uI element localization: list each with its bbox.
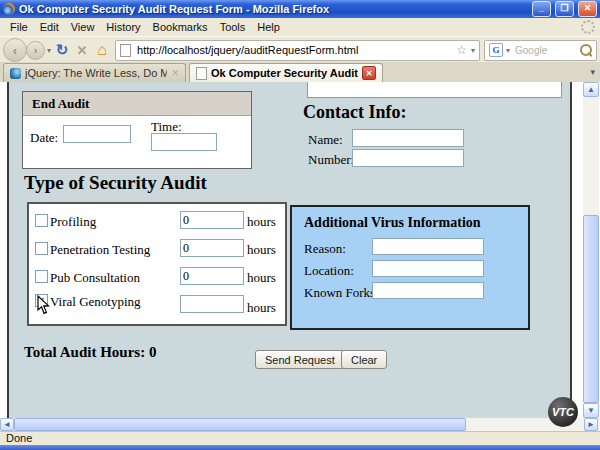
pub-consultation-hours-field[interactable] — [180, 267, 244, 285]
history-dropdown-icon[interactable]: ▾ — [47, 46, 51, 55]
menu-file[interactable]: File — [4, 19, 34, 35]
audit-row-label: Pub Consultation — [50, 270, 140, 286]
number-field[interactable] — [352, 149, 464, 167]
url-dropdown-icon[interactable]: ▾ — [471, 46, 475, 55]
tab-label: jQuery: The Write Less, Do More, Java... — [25, 67, 167, 79]
send-request-button[interactable]: Send Request — [255, 350, 345, 369]
pub-consultation-checkbox[interactable] — [35, 270, 48, 283]
search-box[interactable]: G ▾ — [484, 40, 597, 61]
google-icon: G — [489, 43, 503, 57]
virus-info-title: Additional Virus Information — [304, 215, 481, 231]
tab-close-icon[interactable]: ✕ — [171, 68, 179, 78]
scroll-left-icon[interactable]: ◄ — [0, 418, 14, 431]
reason-label: Reason: — [304, 241, 346, 257]
restore-button[interactable]: ❐ — [555, 1, 574, 17]
tab-audit-form[interactable]: Ok Computer Security Audit Req... ✕ — [189, 63, 383, 82]
tab-label: Ok Computer Security Audit Req... — [211, 67, 358, 79]
audit-type-title: Type of Security Audit — [24, 172, 207, 194]
vtc-logo: VTC — [548, 397, 578, 427]
status-text: Done — [6, 432, 32, 444]
hours-unit: hours — [247, 242, 276, 258]
refresh-icon[interactable]: ↻ — [53, 41, 71, 59]
firefox-icon — [3, 3, 15, 15]
menu-history[interactable]: History — [100, 19, 146, 35]
menu-tools[interactable]: Tools — [214, 19, 252, 35]
vtc-label: VTC — [552, 406, 574, 418]
vertical-scrollbar[interactable]: ▲ ▼ — [583, 82, 599, 418]
throbber-icon — [581, 20, 595, 34]
penetration-testing-hours-field[interactable] — [180, 239, 244, 257]
audit-row-label: Viral Genotyping — [50, 294, 141, 310]
hours-unit: hours — [247, 300, 276, 316]
page-icon — [120, 44, 131, 57]
hours-unit: hours — [247, 270, 276, 286]
home-icon[interactable]: ⌂ — [93, 41, 111, 59]
page-icon — [196, 67, 207, 80]
window-bottom-border — [0, 445, 600, 450]
known-forks-field[interactable] — [372, 282, 484, 299]
browser-window: Ok Computer Security Audit Request Form … — [0, 0, 600, 450]
title-bar: Ok Computer Security Audit Request Form … — [0, 0, 600, 18]
scroll-right-icon[interactable]: ► — [584, 418, 598, 431]
search-magnifier-icon[interactable] — [580, 44, 592, 56]
horizontal-scrollbar[interactable]: ◄ ► — [0, 418, 600, 431]
back-icon[interactable]: ‹ — [3, 38, 27, 62]
minimize-button[interactable]: _ — [532, 1, 551, 17]
search-input[interactable] — [513, 44, 561, 57]
clear-button[interactable]: Clear — [341, 350, 387, 369]
viral-genotyping-hours-field[interactable] — [180, 295, 244, 313]
menu-bar: File Edit View History Bookmarks Tools H… — [0, 18, 600, 36]
location-label: Location: — [304, 263, 354, 279]
menu-help[interactable]: Help — [251, 19, 286, 35]
profiling-hours-field[interactable] — [180, 211, 244, 229]
location-field[interactable] — [372, 260, 484, 277]
page-content: End Audit Date: Time: Contact Info: Name… — [0, 82, 600, 418]
scroll-up-icon[interactable]: ▲ — [583, 82, 599, 97]
time-field[interactable] — [151, 133, 217, 151]
known-forks-label: Known Forks: — [304, 285, 379, 301]
tab-close-icon[interactable]: ✕ — [362, 66, 376, 80]
number-label: Number: — [308, 152, 354, 168]
contact-info-title: Contact Info: — [303, 102, 407, 123]
tab-jquery[interactable]: jQuery: The Write Less, Do More, Java...… — [3, 63, 186, 82]
reason-field[interactable] — [372, 238, 484, 255]
virus-info-box: Additional Virus Information Reason: Loc… — [290, 205, 530, 330]
url-input[interactable] — [135, 43, 452, 57]
total-hours-label: Total Audit Hours: — [24, 344, 145, 360]
total-hours: Total Audit Hours: 0 — [24, 344, 156, 361]
bookmark-star-icon[interactable]: ☆ — [456, 43, 467, 57]
total-hours-value: 0 — [149, 344, 157, 360]
scroll-down-icon[interactable]: ▼ — [583, 403, 599, 418]
forward-icon[interactable]: › — [26, 41, 45, 60]
clipped-input[interactable] — [307, 82, 562, 98]
menu-view[interactable]: View — [65, 19, 101, 35]
stop-icon[interactable]: ✕ — [73, 43, 91, 58]
audit-row-label: Profiling — [50, 214, 96, 230]
penetration-testing-checkbox[interactable] — [35, 242, 48, 255]
vertical-scrollbar-thumb[interactable] — [583, 215, 599, 403]
tab-list-dropdown-icon[interactable]: ▾ — [585, 67, 600, 77]
window-title: Ok Computer Security Audit Request Form … — [19, 3, 528, 15]
audit-row-label: Penetration Testing — [50, 242, 150, 258]
horizontal-scrollbar-thumb[interactable] — [14, 418, 466, 431]
url-bar[interactable]: ☆ ▾ — [115, 40, 480, 61]
tab-bar: jQuery: The Write Less, Do More, Java...… — [0, 62, 600, 83]
jquery-icon — [10, 68, 21, 79]
navigation-toolbar: ‹ › ▾ ↻ ✕ ⌂ ☆ ▾ G ▾ — [0, 36, 600, 63]
status-bar: Done — [0, 431, 600, 445]
profiling-checkbox[interactable] — [35, 214, 48, 227]
hours-unit: hours — [247, 214, 276, 230]
end-audit-section: End Audit Date: Time: — [22, 91, 252, 169]
name-label: Name: — [308, 132, 343, 148]
name-field[interactable] — [352, 129, 464, 147]
audit-type-box: Profiling hours Penetration Testing hour… — [27, 202, 287, 326]
end-audit-title: End Audit — [23, 92, 251, 116]
date-label: Date: — [30, 130, 58, 146]
menu-bookmarks[interactable]: Bookmarks — [147, 19, 214, 35]
mouse-cursor-icon — [37, 295, 50, 315]
close-button[interactable]: ✕ — [578, 1, 597, 17]
date-field[interactable] — [63, 125, 131, 143]
search-engine-dropdown-icon[interactable]: ▾ — [506, 46, 510, 55]
menu-edit[interactable]: Edit — [34, 19, 65, 35]
